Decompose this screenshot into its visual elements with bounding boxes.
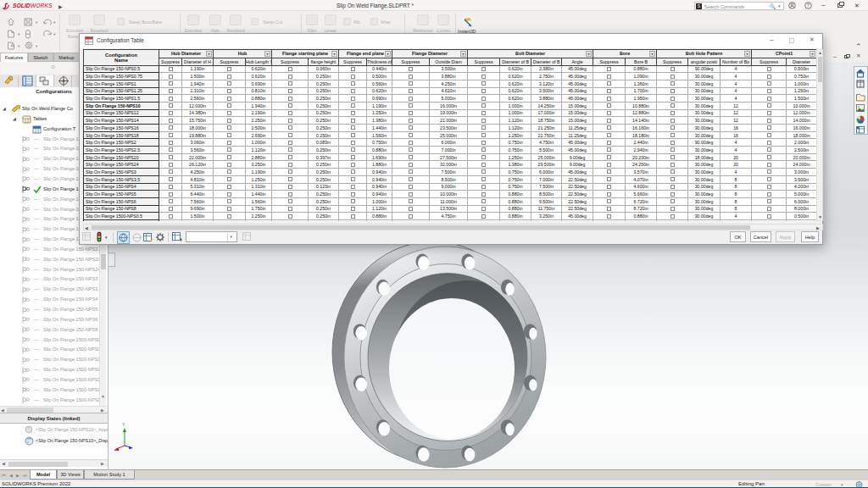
svg-text:?: ?	[807, 3, 810, 8]
svg-text:Y: Y	[122, 422, 125, 427]
